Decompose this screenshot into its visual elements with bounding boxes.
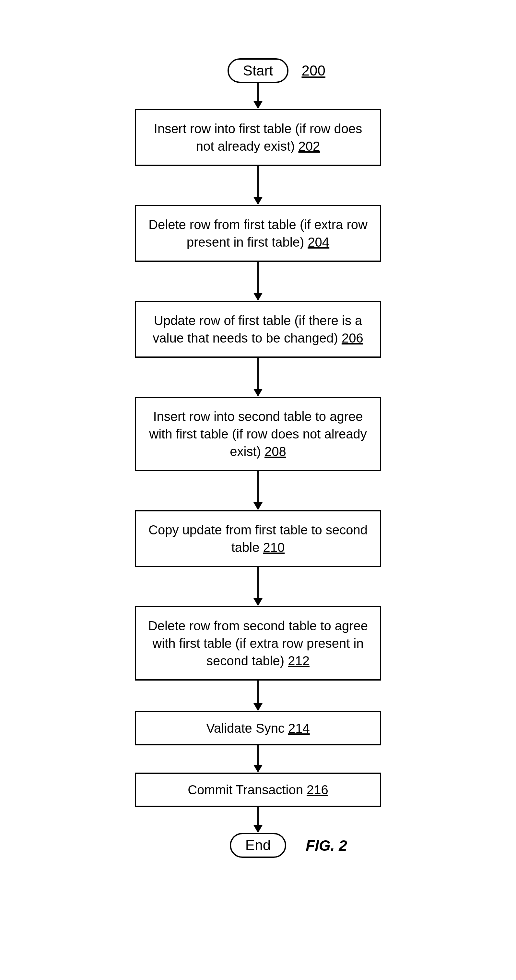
start-terminator: Start [228,58,289,83]
connector-stem [257,745,259,765]
step-ref: 202 [298,139,320,153]
step-ref: 210 [263,540,285,555]
connector-204 [253,262,263,301]
step-ref: 208 [264,444,286,458]
connector-208 [253,471,263,510]
flowchart-canvas: Start 200 Insert row into first table (i… [0,0,516,980]
step-214: Validate Sync 214 [135,711,381,745]
arrowhead-icon [253,825,263,833]
connector-202 [253,166,263,205]
step-210: Copy update from first table to second t… [135,510,381,567]
connector-stem [257,471,259,502]
arrowhead-icon [253,703,263,711]
step-ref: 204 [307,235,329,249]
step-text: Insert row into second table to agree wi… [149,409,366,458]
connector-212 [253,681,263,711]
step-ref: 214 [288,721,310,735]
connector-start [253,83,263,109]
connector-stem [257,358,259,389]
step-text: Update row of first table (if there is a… [153,313,362,345]
end-row: End FIG. 2 [230,833,286,858]
step-text: Delete row from first table (if extra ro… [148,218,368,249]
connector-stem [257,83,259,101]
start-row: Start 200 [228,58,289,83]
connector-210 [253,567,263,606]
arrowhead-icon [253,293,263,301]
step-text: Validate Sync [206,721,285,735]
connector-stem [257,567,259,598]
arrowhead-icon [253,389,263,397]
arrowhead-icon [253,765,263,773]
connector-214 [253,745,263,773]
step-208: Insert row into second table to agree wi… [135,397,381,471]
start-label: Start [243,62,273,78]
step-202: Insert row into first table (if row does… [135,109,381,166]
step-204: Delete row from first table (if extra ro… [135,205,381,262]
arrowhead-icon [253,598,263,606]
connector-stem [257,262,259,293]
arrowhead-icon [253,101,263,109]
arrowhead-icon [253,197,263,205]
step-text: Copy update from first table to second t… [148,523,368,555]
end-label: End [245,837,271,853]
figure-reference: 200 [301,62,325,79]
step-212: Delete row from second table to agree wi… [135,606,381,681]
arrowhead-icon [253,502,263,510]
connector-stem [257,807,259,825]
step-206: Update row of first table (if there is a… [135,301,381,358]
figure-label: FIG. 2 [306,837,347,854]
end-terminator: End [230,833,286,858]
flowchart-column: Start 200 Insert row into first table (i… [135,58,381,858]
step-ref: 212 [288,654,309,668]
connector-stem [257,681,259,703]
connector-216 [253,807,263,833]
step-ref: 216 [307,783,328,797]
step-text: Insert row into first table (if row does… [154,121,362,153]
step-text: Delete row from second table to agree wi… [148,619,368,668]
step-ref: 206 [342,331,363,345]
step-216: Commit Transaction 216 [135,773,381,807]
connector-206 [253,358,263,397]
connector-stem [257,166,259,197]
step-text: Commit Transaction [188,783,303,797]
